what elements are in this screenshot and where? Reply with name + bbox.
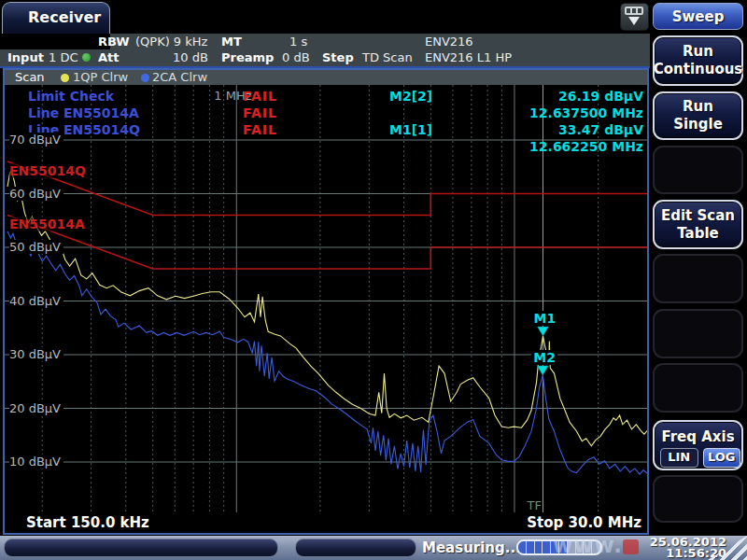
marker-m2-name: M2[2] (389, 89, 432, 104)
y-axis-tick-label: 60 dBµV (9, 187, 63, 201)
limit-line-q-result: FAIL (243, 122, 277, 137)
softkey-blank-4 (653, 363, 743, 413)
header-row-1: RBW (QPK) 9 kHz MT 1 s ENV216 (110, 34, 650, 49)
start-frequency-label: Start 150.0 kHz (26, 514, 149, 531)
rbw-key: RBW (98, 35, 130, 49)
marker-m1-flag[interactable]: M1 (531, 311, 557, 326)
input-value: 1 DC (49, 50, 78, 64)
more-dots-icon (625, 7, 643, 15)
step-key: Step (322, 50, 354, 64)
y-axis-tick-label: 40 dBµV (9, 294, 63, 308)
preamp-value: 0 dB (282, 50, 310, 64)
input-key: Input (7, 50, 44, 64)
watermark-logo-icon (623, 539, 639, 554)
status-bar: Measuring... www.centronics.com 25.06.20… (0, 536, 747, 560)
limit-line-a-result: FAIL (243, 105, 277, 120)
y-axis-tick-label: 10 dBµV (9, 455, 63, 469)
att-value: 10 dB (173, 50, 208, 64)
step-value: TD Scan (362, 50, 413, 64)
run-single-button[interactable]: Run Single (653, 91, 743, 140)
y-axis-tick-label: 30 dBµV (9, 347, 63, 361)
more-softkeys-button[interactable] (620, 3, 649, 31)
stop-frequency-label: Stop 30.0 MHz (527, 514, 641, 531)
env216-label: ENV216 (425, 35, 473, 49)
limit-check-label: Limit Check (28, 89, 114, 104)
chevron-down-icon (628, 17, 640, 25)
softkey-blank-1 (653, 146, 743, 194)
status-segment-left (4, 539, 278, 557)
tuned-frequency-label: TF (527, 498, 541, 512)
softkey-menu-title: Sweep (653, 3, 743, 30)
env216-l1hp-label: ENV216 L1 HP (425, 50, 512, 64)
spectrum-plot: 1 MHz Limit Check FAIL Line EN55014A FAI… (5, 85, 647, 512)
softkey-blank-3 (653, 309, 743, 358)
header-row-2: Input 1 DC Att 10 dB Preamp 0 dB Step TD… (0, 49, 650, 66)
tab-receiver[interactable]: Receiver (2, 2, 110, 34)
input-status-led (82, 53, 91, 62)
limit-label-en55014q: EN55014Q (9, 163, 86, 178)
limit-label-en55014a: EN55014A (9, 217, 85, 231)
status-segment-mid (295, 539, 416, 557)
y-axis-tick-label: 70 dBµV (9, 133, 63, 147)
trace2-label[interactable]: 2CA Clrw (152, 70, 207, 84)
rbw-value: (QPK) 9 kHz (135, 35, 207, 49)
limit-check-result: FAIL (243, 89, 277, 104)
y-axis-tick-label: 50 dBµV (9, 240, 63, 254)
limit-line-a-label: Line EN55014A (28, 105, 139, 120)
marker-m2-flag[interactable]: M2 (531, 350, 557, 365)
softkey-blank-5 (653, 475, 743, 523)
mt-key: MT (221, 35, 242, 49)
freq-axis-lin-toggle[interactable]: LIN (660, 448, 698, 468)
marker-m2-freq: 12.637500 MHz (529, 105, 643, 120)
softkey-blank-2 (653, 254, 743, 303)
marker-m1-level: 33.47 dBµV (558, 122, 643, 137)
att-key: Att (98, 50, 120, 64)
edit-scan-table-button[interactable]: Edit Scan Table (653, 200, 743, 249)
measuring-status: Measuring... (422, 539, 521, 556)
softkey-sidebar: Sweep Run Continuous Run Single Edit Sca… (650, 0, 747, 536)
scan-title: Scan (15, 70, 45, 84)
scan-title-bar: Scan 1QP Clrw 2CA Clrw (5, 70, 647, 85)
trace2-color-dot-icon (141, 74, 149, 82)
marker-m2-level: 26.19 dBµV (558, 89, 643, 104)
mt-value: 1 s (289, 35, 307, 49)
trace1-color-dot-icon (61, 74, 69, 82)
y-axis-tick-label: 20 dBµV (9, 401, 63, 415)
marker-m1-name: M1[1] (389, 122, 432, 137)
preamp-key: Preamp (221, 50, 274, 64)
freq-axis-button[interactable]: Freq Axis LIN LOG (653, 420, 743, 470)
freq-axis-label: Freq Axis (655, 428, 741, 446)
trace1-label[interactable]: 1QP Clrw (73, 70, 128, 84)
run-continuous-button[interactable]: Run Continuous (653, 35, 743, 86)
marker-m1-freq: 12.662250 MHz (529, 139, 643, 154)
freq-axis-log-toggle[interactable]: LOG (703, 448, 741, 468)
instrument-screen: Receiver RBW (QPK) 9 kHz MT 1 s ENV216 I… (0, 0, 747, 560)
